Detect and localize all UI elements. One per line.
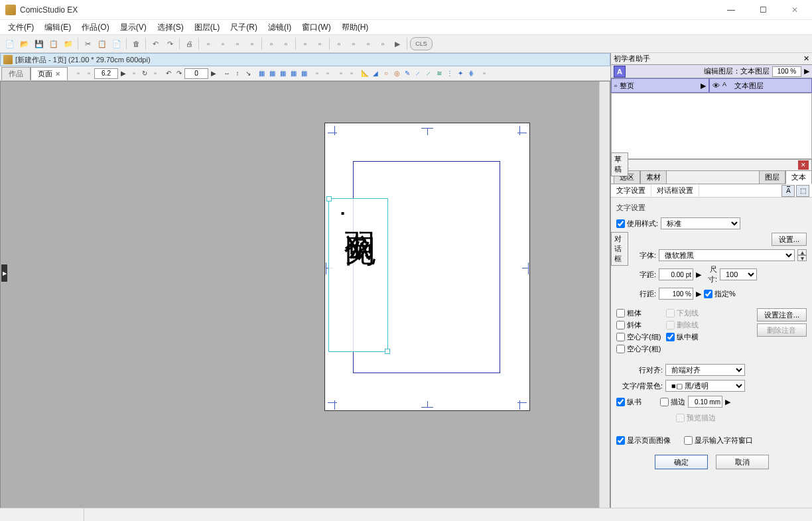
subtab-dialog-settings[interactable]: 对话框设置 [651, 184, 699, 197]
canvas[interactable]: 羽兔网 ▶ ◀ [0, 81, 610, 521]
menu-view[interactable]: 显示(V) [115, 21, 152, 34]
tool-redo[interactable]: ↷ [163, 37, 176, 50]
st-2[interactable]: ↻ [139, 68, 150, 79]
ruler-11[interactable]: ⋕ [466, 68, 476, 79]
ruler-2[interactable]: ◢ [370, 68, 381, 79]
eye-icon[interactable]: 👁 [712, 82, 720, 89]
tool-p12[interactable]: ▫ [376, 37, 389, 50]
st-3[interactable]: ▫ [150, 68, 161, 79]
layer-item-text[interactable]: 👁 A 文本图层 [709, 78, 812, 93]
text-dir-v-icon[interactable]: ⬚ [796, 185, 809, 197]
tool-p11[interactable]: ▫ [362, 37, 375, 50]
line-input[interactable] [659, 288, 693, 300]
beginner-close-icon[interactable]: ✕ [803, 54, 809, 63]
cb-vert-mid[interactable]: 纵中横 [666, 332, 699, 342]
zoom-arrow[interactable]: ▶ [118, 68, 129, 79]
rot-arrow[interactable]: ▶ [208, 68, 219, 79]
font-select[interactable]: 微软雅黑 [659, 249, 795, 261]
view-2[interactable]: ▫ [322, 68, 333, 79]
ruler-8[interactable]: ≋ [434, 68, 444, 79]
tab-material[interactable]: 素材 [640, 170, 667, 184]
layer-opacity-input[interactable] [772, 66, 801, 77]
color-select[interactable]: ■▢ 黑/透明 [665, 380, 745, 392]
properties-close[interactable]: ✕ [798, 160, 809, 170]
ruler-10[interactable]: ✦ [455, 68, 466, 79]
tool-print[interactable]: 🖨 [182, 37, 196, 50]
ruler-6[interactable]: ⟋ [413, 68, 423, 79]
layer-nav-item[interactable]: ▫ 整页 ▶ [611, 78, 709, 93]
menu-layer[interactable]: 图层(L) [189, 21, 226, 34]
tool-close[interactable]: 📁 [62, 37, 75, 50]
side-tab-dialog[interactable]: 对话框 [611, 232, 628, 266]
cb-hollow-thick[interactable]: 空心字(粗) [616, 344, 661, 354]
st-8[interactable]: ↘ [243, 68, 253, 79]
menu-file[interactable]: 文件(F) [3, 21, 39, 34]
guide-1[interactable]: ▦ [256, 68, 267, 79]
tool-p6[interactable]: ▫ [279, 37, 293, 50]
tool-saveall[interactable]: 📋 [47, 37, 60, 50]
view-4[interactable]: ▫ [346, 68, 357, 79]
tool-p9[interactable]: ▫ [332, 37, 346, 50]
tab-layer[interactable]: 图层 [759, 170, 785, 184]
tab-page[interactable]: 页面✕ [31, 67, 68, 80]
cb-bold[interactable]: 粗体 [616, 308, 661, 318]
tool-new[interactable]: 📄 [3, 37, 17, 50]
view-3[interactable]: ▫ [336, 68, 346, 79]
tool-p4[interactable]: ▫ [245, 37, 259, 50]
tool-p2[interactable]: ▫ [216, 37, 230, 50]
tool-copy[interactable]: 📋 [96, 37, 109, 50]
menu-window[interactable]: 窗口(W) [297, 21, 336, 34]
st-1[interactable]: ▫ [129, 68, 139, 79]
cb-show-input-win[interactable]: 显示输入字符窗口 [684, 435, 753, 445]
scrollbar-v[interactable] [599, 82, 610, 521]
text-dir-h-icon[interactable]: A̅ [781, 185, 795, 197]
font-down[interactable]: ▾ [797, 255, 807, 261]
minimize-button[interactable]: — [722, 3, 740, 17]
tool-p5[interactable]: ▫ [265, 37, 278, 50]
layer-opacity-arrow[interactable]: ▶ [804, 67, 809, 76]
tool-undo[interactable]: ↶ [149, 37, 162, 50]
menu-edit[interactable]: 编辑(E) [39, 21, 76, 34]
guide-2[interactable]: ▦ [267, 68, 277, 79]
menu-filter[interactable]: 滤镜(I) [263, 21, 297, 34]
style-select[interactable]: 标准 [661, 217, 740, 229]
cancel-button[interactable]: 取消 [716, 455, 769, 469]
line-arrow[interactable]: ▶ [696, 290, 701, 298]
tool-p10[interactable]: ▫ [347, 37, 360, 50]
guide-5[interactable]: ▦ [299, 68, 309, 79]
tool-delete[interactable]: 🗑 [129, 37, 143, 50]
left-collapse[interactable]: ▶ [1, 264, 7, 282]
cb-spec-pct[interactable]: 指定% [704, 289, 736, 299]
cb-outline[interactable]: 描边 [660, 397, 685, 407]
cb-italic[interactable]: 斜体 [616, 320, 661, 330]
tool-p3[interactable]: ▫ [231, 37, 244, 50]
size-select[interactable]: 100 [720, 268, 757, 280]
tool-paste[interactable]: 📄 [110, 37, 123, 50]
ok-button[interactable]: 确定 [655, 455, 708, 469]
outline-input[interactable] [688, 396, 722, 408]
tool-open[interactable]: 📂 [18, 37, 31, 50]
cb-vertical[interactable]: 纵书 [616, 397, 642, 407]
rot-input[interactable] [184, 68, 208, 79]
tab-text[interactable]: 文本 [785, 170, 812, 184]
ruler-1[interactable]: 📐 [360, 68, 370, 79]
st-7[interactable]: ↕ [232, 68, 243, 79]
close-button[interactable]: ✕ [785, 3, 804, 17]
menu-select[interactable]: 选择(S) [152, 21, 189, 34]
view-1[interactable]: ▫ [312, 68, 322, 79]
tool-p7[interactable]: ▫ [299, 37, 312, 50]
side-tab-grass[interactable]: 草稿 [611, 152, 628, 176]
spacing-arrow[interactable]: ▶ [696, 270, 701, 279]
ruler-3[interactable]: ○ [381, 68, 391, 79]
menu-help[interactable]: 帮助(H) [336, 21, 374, 34]
st-6[interactable]: ↔ [222, 68, 232, 79]
guide-3[interactable]: ▦ [277, 68, 288, 79]
tool-save[interactable]: 💾 [33, 37, 46, 50]
style-settings-button[interactable]: 设置... [772, 233, 807, 246]
guide-4[interactable]: ▦ [288, 68, 299, 79]
maximize-button[interactable]: ☐ [754, 3, 772, 17]
spacing-input[interactable] [659, 268, 693, 280]
tool-p1[interactable]: ▫ [202, 37, 215, 50]
tab-work[interactable]: 作品 [1, 67, 31, 80]
align-select[interactable]: 前端对齐 [665, 364, 745, 376]
